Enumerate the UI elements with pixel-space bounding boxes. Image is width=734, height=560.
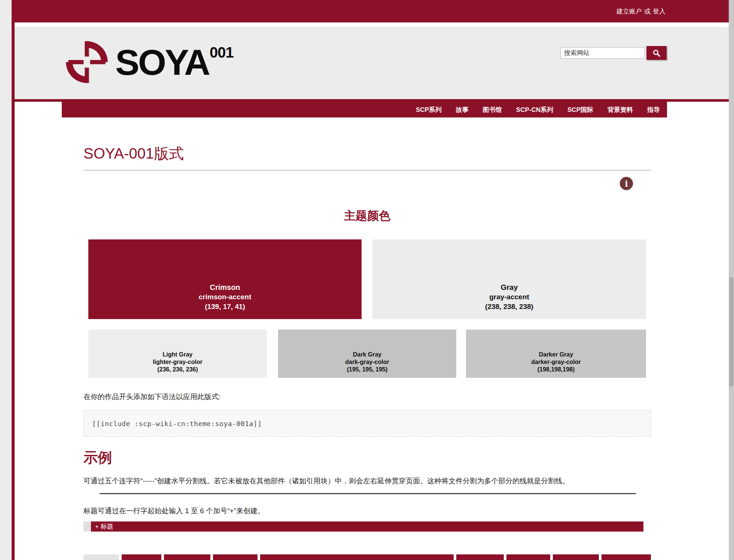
logo-superscript: 001 — [210, 45, 234, 60]
swatch-rgb: (195, 195, 195) — [347, 366, 388, 373]
search-button[interactable] — [646, 46, 667, 60]
swatch-gray: Gray gray-accent (238, 238, 238) — [372, 239, 646, 319]
swatch-variable: lighter-gray-color — [153, 358, 202, 366]
swatch-variable: darker-gray-color — [531, 358, 581, 366]
swatch-rgb: (139, 17, 41) — [205, 302, 245, 312]
swatch-name: Dark Gray — [353, 351, 382, 358]
usage-instruction: 在你的作品开头添加如下语法以应用此版式: — [83, 392, 220, 402]
include-code: [[include :scp-wiki-cn:theme:soya-001a]] — [92, 420, 262, 428]
site-logo-text: SOYA 001 — [115, 44, 234, 80]
heading-paragraph: 标题可通过在一行字起始处输入 1 至 6 个加号“+”来创建。 — [83, 506, 651, 516]
divider-paragraph: 可通过五个连字符“-----”创建水平分割线。若它未被放在其他部件（诸如引用块）… — [83, 476, 651, 486]
tab-segment[interactable] — [260, 554, 454, 560]
tab-segment[interactable] — [213, 554, 258, 560]
swatch-crimson: Crimson crimson-accent (139, 17, 41) — [88, 239, 362, 319]
tab-segment[interactable] — [164, 554, 210, 560]
swatch-rgb: (236, 236, 236) — [157, 366, 198, 373]
soya-logo-icon — [64, 36, 110, 88]
nav-item-guides[interactable]: 指导 — [640, 105, 667, 114]
collapsible-label: + 标题 — [95, 522, 113, 531]
login-link[interactable]: 登入 — [653, 7, 666, 16]
examples-heading: 示例 — [83, 448, 112, 467]
logo-wordmark: SOYA — [115, 44, 209, 80]
page-left-accent-line — [12, 0, 15, 560]
swatch-name: Darker Gray — [539, 351, 573, 358]
nav-item-background[interactable]: 背景资料 — [600, 105, 640, 114]
example-horizontal-rule — [100, 493, 636, 494]
search-input[interactable] — [560, 47, 645, 59]
tab-segment[interactable] — [122, 554, 161, 560]
header-bottom-rule — [15, 99, 729, 102]
tab-segment[interactable] — [506, 554, 550, 560]
account-links: 建立账户 或 登入 — [616, 0, 666, 22]
top-login-bar: 建立账户 或 登入 — [12, 0, 729, 22]
nav-item-scp-series[interactable]: SCP系列 — [409, 105, 449, 114]
swatch-rgb: (238, 238, 238) — [485, 302, 533, 312]
include-code-block: [[include :scp-wiki-cn:theme:soya-001a]] — [83, 410, 651, 437]
swatch-dark-gray: Dark Gray dark-gray-color (195, 195, 195… — [278, 330, 456, 378]
or-text: 或 — [644, 7, 651, 16]
theme-colors-heading: 主题颜色 — [83, 208, 651, 224]
page-title: SOYA-001版式 — [83, 143, 651, 171]
swatch-name: Crimson — [210, 282, 240, 292]
swatch-rgb: (198,198,198) — [537, 366, 575, 373]
swatch-name: Gray — [501, 282, 518, 292]
nav-item-tales[interactable]: 故事 — [449, 105, 476, 114]
swatch-darker-gray: Darker Gray darker-gray-color (198,198,1… — [466, 330, 646, 378]
scrollbar-thumb[interactable] — [729, 278, 734, 386]
main-nav: SCP系列 故事 图书馆 SCP-CN系列 SCP国际 背景资料 指导 — [62, 102, 667, 117]
tab-segment[interactable] — [456, 554, 504, 560]
nav-item-library[interactable]: 图书馆 — [476, 105, 509, 114]
collapsible-heading-bar: + 标题 — [91, 521, 643, 532]
tab-segment[interactable] — [553, 554, 599, 560]
tab-segment-selected[interactable] — [83, 554, 119, 560]
swatch-light-gray: Light Gray lighter-gray-color (236, 236,… — [88, 330, 267, 378]
tab-segment[interactable] — [601, 554, 651, 560]
magnifier-icon — [652, 49, 661, 57]
site-logo[interactable]: SOYA 001 — [64, 36, 234, 88]
swatch-variable: dark-gray-color — [345, 358, 389, 366]
collapsible-heading[interactable]: + 标题 — [83, 521, 643, 532]
swatch-name: Light Gray — [162, 351, 192, 358]
swatch-variable: crimson-accent — [199, 292, 251, 302]
nav-item-scp-international[interactable]: SCP国际 — [560, 105, 600, 114]
info-icon[interactable]: i — [620, 177, 633, 190]
nav-item-scp-cn-series[interactable]: SCP-CN系列 — [509, 105, 560, 114]
swatch-variable: gray-accent — [489, 292, 529, 302]
create-account-link[interactable]: 建立账户 — [616, 7, 642, 16]
collapsible-left-pad — [83, 521, 91, 532]
